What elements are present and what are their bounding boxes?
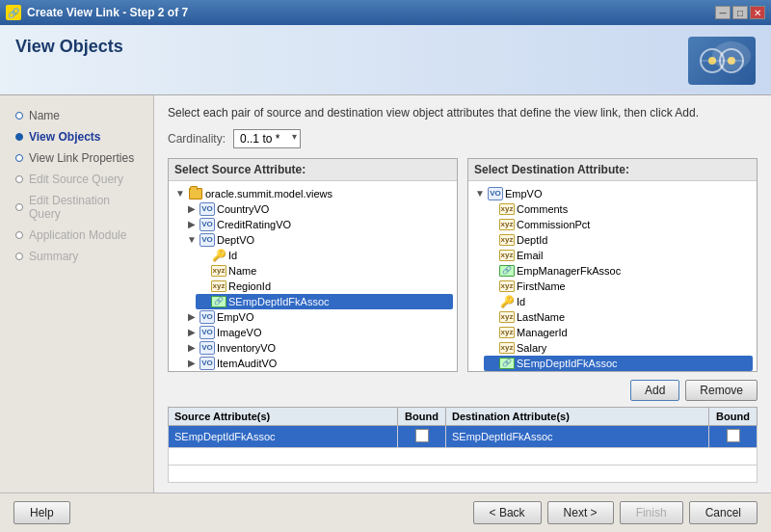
cardinality-label: Cardinality: xyxy=(168,132,226,146)
empvo-dest-children: xyz Comments xyz CommissionPct xyxy=(472,201,753,371)
footer: Help < Back Next > Finish Cancel xyxy=(0,492,771,532)
link-icon-semploy: 🔗 xyxy=(211,295,226,308)
table-row-empty-2 xyxy=(169,466,758,483)
expander-countryvo[interactable]: ▶ xyxy=(186,203,198,214)
tree-row-inventoryvo[interactable]: ▶ VO InventoryVO xyxy=(184,340,453,356)
tree-label-commissionpct: CommissionPct xyxy=(517,219,590,230)
cardinality-select-wrapper[interactable]: 0..1 to * 1 to * 1 to 1 * to * xyxy=(233,129,301,148)
expander-root[interactable]: ▼ xyxy=(174,188,186,199)
tree-row-regionid[interactable]: xyz RegionId xyxy=(196,279,453,294)
destination-panel-title: Select Destination Attribute: xyxy=(468,159,757,181)
attr-icon-firstname: xyz xyxy=(499,279,515,293)
tree-row-lastname[interactable]: xyz LastName xyxy=(484,309,753,325)
vo-icon-countryvo: VO xyxy=(199,202,215,216)
tree-label-root: oracle.summit.model.views xyxy=(205,188,332,200)
expander-deptvo[interactable]: ▼ xyxy=(186,234,198,245)
cardinality-select[interactable]: 0..1 to * 1 to * 1 to 1 * to * xyxy=(233,129,301,148)
remove-button[interactable]: Remove xyxy=(685,380,758,401)
tree-label-empvo: EmpVO xyxy=(217,311,254,323)
expander-empvo[interactable]: ▶ xyxy=(186,311,198,322)
tree-node-root: ▼ oracle.summit.model.views ▶ VO Country… xyxy=(173,185,453,371)
add-button[interactable]: Add xyxy=(630,380,679,401)
vo-icon-deptvo: VO xyxy=(199,233,215,247)
header-graphic xyxy=(688,37,756,85)
attr-icon-lastname: xyz xyxy=(499,310,515,324)
attr-icon-email: xyz xyxy=(499,249,515,262)
cancel-button[interactable]: Cancel xyxy=(689,501,758,524)
back-button[interactable]: < Back xyxy=(473,501,542,524)
tree-row-name[interactable]: xyz Name xyxy=(196,263,453,279)
expander-empvo-dest[interactable]: ▼ xyxy=(474,188,486,199)
footer-left: Help xyxy=(13,501,70,524)
sidebar-item-summary: Summary xyxy=(0,246,153,267)
sidebar-dot-editdestquery xyxy=(15,203,23,211)
source-bound-checkbox[interactable] xyxy=(415,429,429,442)
tree-row-empvo[interactable]: ▶ VO EmpVO xyxy=(184,309,453,325)
tree-row-creditvo[interactable]: ▶ VO CreditRatingVO xyxy=(184,217,453,232)
tree-label-semploy: SEmpDeptIdFkAssoc xyxy=(228,296,330,307)
attr-icon-comments: xyz xyxy=(499,202,515,216)
tree-row-firstname[interactable]: xyz FirstName xyxy=(484,279,753,294)
tree-row-managerid[interactable]: xyz ManagerId xyxy=(484,325,753,340)
sidebar-dot-summary xyxy=(15,253,23,260)
attr-icon-deptid: xyz xyxy=(499,233,515,247)
tree-row-countryvo[interactable]: ▶ VO CountryVO xyxy=(184,201,453,217)
tree-row-imagevo[interactable]: ▶ VO ImageVO xyxy=(184,325,453,340)
tree-row-sempdept-dest[interactable]: 🔗 SEmpDeptIdFkAssoc xyxy=(484,356,753,371)
tree-label-salary: Salary xyxy=(517,342,546,354)
key-icon-dest-id: 🔑 xyxy=(499,295,515,308)
expander-itemauditvo[interactable]: ▶ xyxy=(186,358,198,368)
sidebar-item-viewlinkprops[interactable]: View Link Properties xyxy=(0,147,153,169)
vo-icon-itemauditvo: VO xyxy=(199,357,215,370)
tree-row-commissionpct[interactable]: xyz CommissionPct xyxy=(484,217,753,232)
deptvo-children: 🔑 Id xyz Name xyxy=(184,248,453,309)
help-button[interactable]: Help xyxy=(13,501,70,524)
col-source-bound: Bound xyxy=(398,408,446,426)
tree-label-dest-id: Id xyxy=(517,296,525,307)
tree-row-empmanager[interactable]: 🔗 EmpManagerFkAssoc xyxy=(484,263,753,279)
vo-icon-inventoryvo: VO xyxy=(199,341,215,355)
close-button[interactable]: ✕ xyxy=(750,6,765,19)
table-row-empty-1 xyxy=(169,448,758,466)
tree-label-countryvo: CountryVO xyxy=(217,203,269,215)
sidebar-item-viewobjects[interactable]: View Objects xyxy=(0,126,153,147)
svg-point-1 xyxy=(720,49,743,72)
tree-label-creditvo: CreditRatingVO xyxy=(217,219,291,230)
table-row[interactable]: SEmpDeptIdFkAssoc SEmpDeptIdFkAssoc xyxy=(169,426,758,448)
destination-attr-tree[interactable]: ▼ VO EmpVO xyz Comments xyxy=(468,181,757,371)
sidebar-dot-editsourcequery xyxy=(15,175,23,183)
minimize-button[interactable]: ─ xyxy=(715,6,731,19)
table-cell-source: SEmpDeptIdFkAssoc xyxy=(169,426,398,448)
tree-row-deptid[interactable]: xyz DeptId xyxy=(484,232,753,248)
expander-inventoryvo[interactable]: ▶ xyxy=(186,342,198,353)
source-attr-tree[interactable]: ▼ oracle.summit.model.views ▶ VO Country… xyxy=(169,181,457,371)
tree-row-root[interactable]: ▼ oracle.summit.model.views xyxy=(173,186,453,201)
vo-icon-imagevo: VO xyxy=(199,326,215,339)
folder-icon-root xyxy=(188,187,203,200)
tree-row-empvo-dest[interactable]: ▼ VO EmpVO xyxy=(472,186,753,201)
tree-label-name: Name xyxy=(228,265,256,277)
sidebar-dot-appmodule xyxy=(15,231,23,239)
tree-label-deptvo: DeptVO xyxy=(217,234,254,246)
expander-imagevo[interactable]: ▶ xyxy=(186,327,198,337)
tree-row-itemauditvo[interactable]: ▶ VO ItemAuditVO xyxy=(184,356,453,371)
tree-row-id[interactable]: 🔑 Id xyxy=(196,248,453,263)
next-button[interactable]: Next > xyxy=(547,501,614,524)
tree-row-comments[interactable]: xyz Comments xyxy=(484,201,753,217)
tree-label-email: Email xyxy=(517,250,544,261)
tree-row-dest-id[interactable]: 🔑 Id xyxy=(484,294,753,309)
svg-point-4 xyxy=(728,57,735,65)
expander-creditvo[interactable]: ▶ xyxy=(186,219,198,229)
tree-row-semploy[interactable]: 🔗 SEmpDeptIdFkAssoc xyxy=(196,294,453,309)
window-title: Create View Link - Step 2 of 7 xyxy=(27,6,188,19)
sidebar-item-name[interactable]: Name xyxy=(0,105,153,126)
tree-row-email[interactable]: xyz Email xyxy=(484,248,753,263)
sidebar-dot-name xyxy=(15,112,23,120)
tree-row-deptvo[interactable]: ▼ VO DeptVO xyxy=(184,232,453,248)
sidebar-dot-viewlinkprops xyxy=(15,154,23,162)
maximize-button[interactable]: □ xyxy=(732,6,748,19)
tree-row-salary[interactable]: xyz Salary xyxy=(484,340,753,356)
sidebar: Name View Objects View Link Properties E… xyxy=(0,95,154,492)
dest-bound-checkbox[interactable] xyxy=(727,429,740,442)
attr-icon-name: xyz xyxy=(211,264,226,278)
